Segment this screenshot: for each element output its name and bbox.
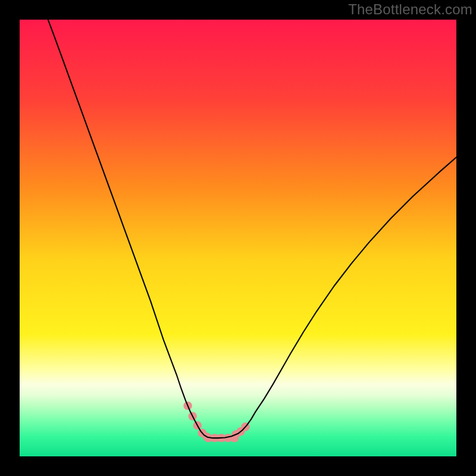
gradient-background [20,20,456,456]
chart-svg [20,20,456,456]
watermark-text: TheBottleneck.com [348,1,472,18]
chart-frame: TheBottleneck.com [0,0,476,476]
chart-plot-area [20,20,456,456]
